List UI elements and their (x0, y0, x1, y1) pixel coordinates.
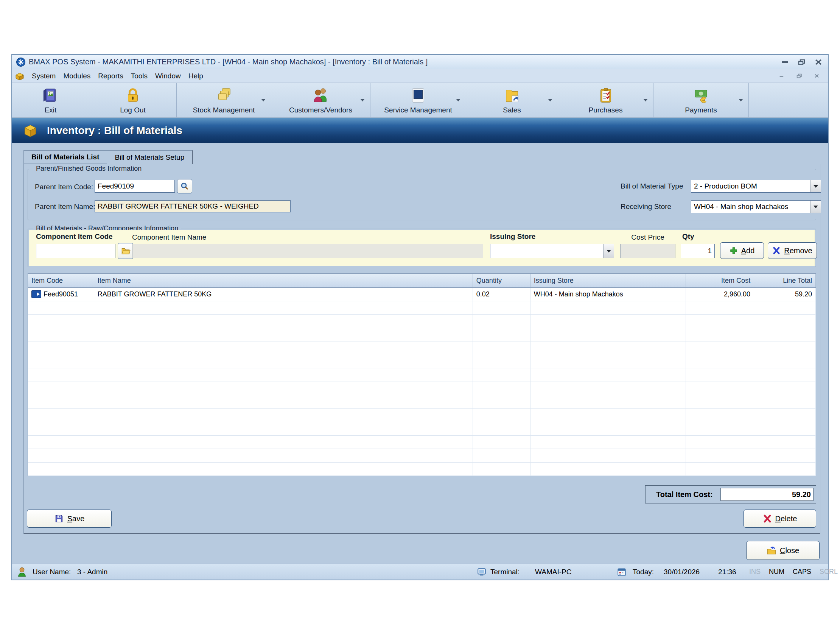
cell (473, 449, 530, 462)
cell (530, 463, 686, 476)
cell (754, 409, 816, 422)
red-x-icon (763, 514, 772, 523)
cell (530, 341, 686, 355)
cell (754, 328, 816, 341)
column-header-quantity: Quantity (473, 274, 530, 287)
cell (94, 395, 473, 408)
mdi-restore-button[interactable] (794, 72, 805, 80)
minimize-button[interactable] (779, 58, 791, 66)
cell: 59.20 (754, 288, 816, 301)
toolbar-button-label: Customers/Vendors (289, 106, 352, 114)
menubar: SystemModulesReportsToolsWindowHelp (12, 69, 828, 83)
mdi-minimize-button[interactable] (776, 72, 788, 80)
column-header-item-code: Item Code (28, 274, 94, 287)
bom-type-label: Bill of Material Type (621, 182, 683, 190)
cell (473, 382, 530, 395)
toolbar-button-purchases[interactable]: Purchases (558, 83, 653, 117)
combo-arrow-icon[interactable] (603, 244, 614, 258)
parent-item-search-button[interactable] (177, 179, 192, 193)
menu-item-reports[interactable]: Reports (94, 70, 127, 82)
close-window-icon[interactable] (813, 58, 824, 66)
receiving-store-label: Receiving Store (621, 203, 671, 211)
date-value: 30/01/2026 (664, 564, 700, 580)
menu-item-help[interactable]: Help (185, 70, 207, 82)
flag-caps: CAPS (793, 568, 811, 576)
monitor-icon (409, 86, 427, 105)
combo-arrow-icon[interactable] (810, 180, 821, 192)
dropdown-arrow-icon[interactable] (360, 99, 365, 101)
calendar-icon (617, 564, 627, 580)
dropdown-arrow-icon[interactable] (261, 99, 266, 101)
app-logo-icon (16, 57, 26, 67)
statusbar: User Name: 3 - Admin Terminal: WAMAI-PC … (12, 564, 828, 580)
app-window: BMAX POS System - MAKAMITHI ENTERPRISES … (11, 54, 829, 580)
column-header-item-name: Item Name (94, 274, 473, 287)
cost-price-input (620, 244, 675, 258)
cell (28, 422, 94, 435)
menu-item-modules[interactable]: Modules (59, 70, 94, 82)
user-name-label: User Name: (33, 564, 71, 580)
tab-strip: Bill of Materials List Bill of Materials… (23, 150, 193, 164)
cell (754, 382, 816, 395)
cell (530, 301, 686, 315)
cell (28, 436, 94, 449)
cell (473, 368, 530, 382)
cell (530, 315, 686, 328)
issuing-store-select[interactable] (490, 244, 614, 258)
add-button[interactable]: Add (720, 242, 764, 259)
cell (686, 436, 754, 449)
cell (530, 382, 686, 395)
add-button-label: Add (741, 246, 755, 255)
mdi-close-button[interactable] (811, 72, 823, 80)
parent-item-code-input[interactable] (95, 180, 175, 193)
dropdown-arrow-icon[interactable] (456, 99, 460, 101)
save-button[interactable]: Save (27, 510, 112, 528)
toolbar-button-sales[interactable]: Sales (466, 83, 558, 117)
toolbar-button-label: Sales (503, 106, 521, 114)
parent-item-name-label: Parent Item Name: (35, 203, 95, 211)
tab-bill-of-materials-setup[interactable]: Bill of Materials Setup (107, 150, 193, 164)
column-header-issuing-store: Issuing Store (530, 274, 686, 287)
combo-arrow-icon[interactable] (810, 201, 821, 213)
menu-item-system[interactable]: System (28, 70, 59, 82)
cell (28, 382, 94, 395)
restore-button[interactable] (796, 58, 807, 66)
cell (28, 449, 94, 462)
keyboard-flags: INSNUMCAPSSCRL (749, 564, 838, 580)
cell: Feed90051 (28, 288, 94, 301)
toolbar-button-service-management[interactable]: Service Management (370, 83, 466, 117)
flag-scrl: SCRL (820, 568, 838, 576)
menu-item-tools[interactable]: Tools (127, 70, 151, 82)
dropdown-arrow-icon[interactable] (739, 99, 743, 101)
cell (94, 368, 473, 382)
main-panel: Parent/Finished Goods Information Parent… (23, 164, 820, 534)
bom-type-select[interactable]: 2 - Production BOM (691, 180, 821, 193)
dropdown-arrow-icon[interactable] (643, 99, 648, 101)
component-item-code-input[interactable] (36, 244, 115, 258)
toolbar-button-payments[interactable]: Payments (653, 83, 749, 117)
remove-button[interactable]: Remove (768, 242, 817, 259)
cell (473, 422, 530, 435)
toolbar-button-stock-management[interactable]: Stock Management (177, 83, 271, 117)
table-row-empty (28, 409, 816, 422)
cell (754, 315, 816, 328)
cell (28, 368, 94, 382)
table-row-empty (28, 315, 816, 328)
receiving-store-select[interactable]: WH04 - Main shop Machakos (691, 200, 821, 213)
qty-input[interactable] (681, 244, 715, 258)
clipboard-icon (597, 86, 614, 105)
toolbar-button-exit[interactable]: Exit (12, 83, 89, 117)
tab-bill-of-materials-list[interactable]: Bill of Materials List (23, 150, 107, 164)
cell (94, 328, 473, 341)
cell (530, 368, 686, 382)
menu-item-window[interactable]: Window (151, 70, 185, 82)
cell (473, 301, 530, 315)
toolbar-button-customers-vendors[interactable]: Customers/Vendors (271, 83, 370, 117)
close-button[interactable]: Close (746, 541, 820, 560)
toolbar-button-log-out[interactable]: Log Out (89, 83, 177, 117)
delete-button[interactable]: Delete (744, 510, 816, 528)
component-lookup-button[interactable] (118, 243, 134, 259)
cell (28, 355, 94, 368)
table-row[interactable]: Feed90051RABBIT GROWER FATTENER 50KG0.02… (28, 288, 816, 301)
dropdown-arrow-icon[interactable] (548, 99, 552, 101)
